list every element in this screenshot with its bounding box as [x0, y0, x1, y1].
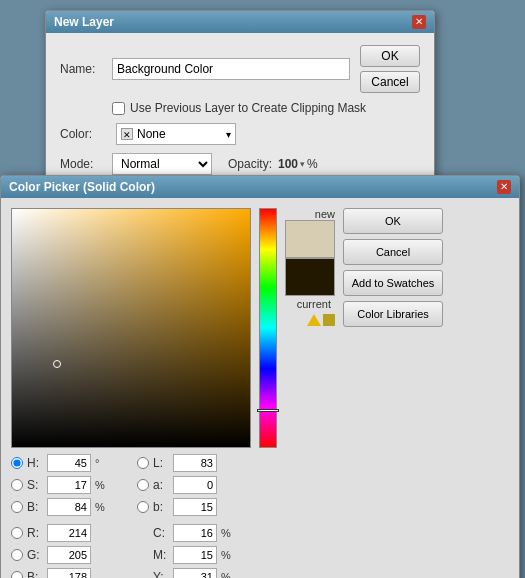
- b-field-row: B: %: [11, 496, 107, 518]
- new-layer-titlebar: New Layer ✕: [46, 11, 434, 33]
- b3-label: b:: [153, 500, 169, 514]
- cp-right-buttons: OK Cancel Add to Swatches Color Librarie…: [343, 208, 443, 448]
- c-input[interactable]: [173, 524, 217, 542]
- mode-label: Mode:: [60, 157, 112, 171]
- r-label: R:: [27, 526, 43, 540]
- clipping-mask-label: Use Previous Layer to Create Clipping Ma…: [130, 101, 366, 115]
- x-icon: ✕: [121, 128, 133, 140]
- s-label: S:: [27, 478, 43, 492]
- m-label: M:: [153, 548, 169, 562]
- s-unit: %: [95, 479, 107, 491]
- cancel-button[interactable]: Cancel: [360, 71, 420, 93]
- m-unit: %: [221, 549, 233, 561]
- m-input[interactable]: [173, 546, 217, 564]
- swatch-container: new current: [285, 208, 335, 448]
- current-label: current: [297, 298, 331, 310]
- b2-radio[interactable]: [11, 571, 23, 578]
- h-unit: °: [95, 457, 99, 469]
- l-input[interactable]: [173, 454, 217, 472]
- ok-cancel-col: OK Cancel: [360, 45, 420, 93]
- color-swatch-new[interactable]: [285, 220, 335, 258]
- opacity-label: Opacity:: [228, 157, 272, 171]
- opacity-arrow: ▾: [300, 159, 305, 169]
- gradient-cursor: [53, 360, 61, 368]
- new-label: new: [315, 208, 335, 220]
- cp-top-row: new current OK Cancel Add to Swatches Co…: [1, 198, 519, 452]
- color-label: Color:: [60, 127, 112, 141]
- s-input[interactable]: [47, 476, 91, 494]
- ok-button[interactable]: OK: [360, 45, 420, 67]
- color-picker-close-button[interactable]: ✕: [497, 180, 511, 194]
- m-field-row: M: %: [137, 544, 233, 566]
- b2-field-row: B:: [11, 566, 107, 578]
- l-radio[interactable]: [137, 457, 149, 469]
- y-field-row: Y: %: [137, 566, 233, 578]
- a-label: a:: [153, 478, 169, 492]
- h-field-row: H: °: [11, 452, 107, 474]
- color-swatch-current[interactable]: [285, 258, 335, 296]
- a-field-row: a:: [137, 474, 233, 496]
- b2-input[interactable]: [47, 568, 91, 578]
- hue-slider[interactable]: [259, 208, 277, 448]
- color-picker-title: Color Picker (Solid Color): [9, 180, 155, 194]
- c-unit: %: [221, 527, 233, 539]
- color-dropdown-arrow: ▾: [226, 129, 231, 140]
- gamut-row: [285, 314, 335, 326]
- fields-section: H: ° S: % B: % R:: [1, 452, 519, 578]
- s-radio[interactable]: [11, 479, 23, 491]
- mode-row: Mode: Normal Opacity: 100 ▾ %: [60, 153, 420, 175]
- clipping-mask-checkbox[interactable]: [112, 102, 125, 115]
- h-label: H:: [27, 456, 43, 470]
- y-input[interactable]: [173, 568, 217, 578]
- g-radio[interactable]: [11, 549, 23, 561]
- a-input[interactable]: [173, 476, 217, 494]
- color-value: None: [137, 127, 166, 141]
- r-input[interactable]: [47, 524, 91, 542]
- color-picker-content: new current OK Cancel Add to Swatches Co…: [1, 198, 519, 578]
- cancel-button[interactable]: Cancel: [343, 239, 443, 265]
- r-field-row: R:: [11, 522, 107, 544]
- b-input[interactable]: [47, 498, 91, 516]
- new-layer-body: Name: OK Cancel Use Previous Layer to Cr…: [46, 33, 434, 195]
- mode-dropdown[interactable]: Normal: [112, 153, 212, 175]
- color-picker-titlebar: Color Picker (Solid Color) ✕: [1, 176, 519, 198]
- g-input[interactable]: [47, 546, 91, 564]
- g-field-row: G:: [11, 544, 107, 566]
- name-input[interactable]: [112, 58, 350, 80]
- b-radio[interactable]: [11, 501, 23, 513]
- ok-button[interactable]: OK: [343, 208, 443, 234]
- new-layer-close-button[interactable]: ✕: [412, 15, 426, 29]
- h-input[interactable]: [47, 454, 91, 472]
- new-layer-title: New Layer: [54, 15, 114, 29]
- fields-right: L: a: b: C: %: [137, 452, 233, 578]
- a-radio[interactable]: [137, 479, 149, 491]
- b2-label: B:: [27, 570, 43, 578]
- opacity-unit: %: [307, 157, 318, 171]
- add-to-swatches-button[interactable]: Add to Swatches: [343, 270, 443, 296]
- b-label: B:: [27, 500, 43, 514]
- c-field-row: C: %: [137, 522, 233, 544]
- name-label: Name:: [60, 62, 112, 76]
- name-row: Name: OK Cancel: [60, 45, 420, 93]
- color-row: Color: ✕ None ▾: [60, 123, 420, 145]
- g-label: G:: [27, 548, 43, 562]
- color-gradient[interactable]: [11, 208, 251, 448]
- color-picker-dialog: Color Picker (Solid Color) ✕ new current: [0, 175, 520, 578]
- clipping-mask-row: Use Previous Layer to Create Clipping Ma…: [112, 101, 420, 115]
- y-label: Y:: [153, 570, 169, 578]
- b3-field-row: b:: [137, 496, 233, 518]
- fields-left: H: ° S: % B: % R:: [11, 452, 107, 578]
- b3-radio[interactable]: [137, 501, 149, 513]
- b3-input[interactable]: [173, 498, 217, 516]
- opacity-value: 100: [278, 157, 298, 171]
- s-field-row: S: %: [11, 474, 107, 496]
- gamut-square-icon: [323, 314, 335, 326]
- r-radio[interactable]: [11, 527, 23, 539]
- gamut-triangle-icon: [307, 314, 321, 326]
- h-radio[interactable]: [11, 457, 23, 469]
- y-unit: %: [221, 571, 233, 578]
- l-label: L:: [153, 456, 169, 470]
- c-label: C:: [153, 526, 169, 540]
- color-libraries-button[interactable]: Color Libraries: [343, 301, 443, 327]
- color-dropdown[interactable]: ✕ None ▾: [116, 123, 236, 145]
